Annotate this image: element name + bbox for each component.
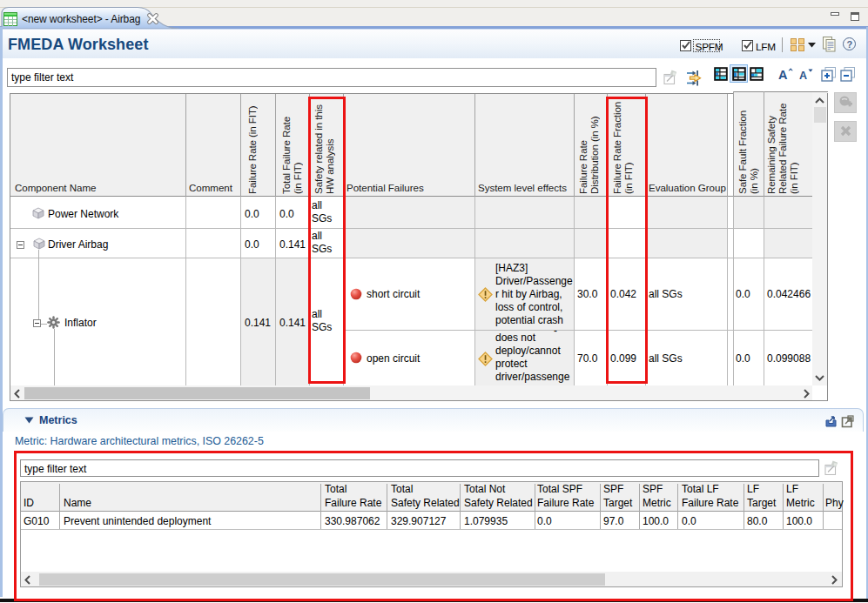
svg-text:A: A [778, 68, 788, 82]
svg-text:A: A [799, 70, 807, 82]
